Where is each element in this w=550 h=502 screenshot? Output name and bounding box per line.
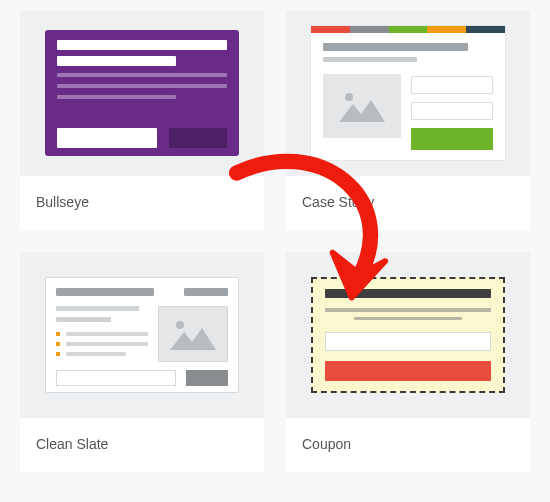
button-placeholder-icon bbox=[411, 128, 493, 150]
template-thumbnail-clean-slate bbox=[20, 252, 264, 418]
template-thumbnail-bullseye bbox=[20, 10, 264, 176]
image-placeholder-icon bbox=[158, 306, 228, 362]
input-placeholder-icon bbox=[411, 102, 493, 120]
case-study-preview bbox=[311, 26, 505, 160]
input-placeholder-icon bbox=[411, 76, 493, 94]
svg-point-1 bbox=[176, 321, 184, 329]
image-placeholder-icon bbox=[323, 74, 401, 138]
clean-slate-preview bbox=[45, 277, 239, 393]
coupon-preview bbox=[311, 277, 505, 393]
svg-point-0 bbox=[345, 93, 353, 101]
template-card-bullseye[interactable]: Bullseye bbox=[20, 10, 264, 230]
template-card-coupon[interactable]: Coupon bbox=[286, 252, 530, 472]
input-placeholder-icon bbox=[57, 128, 157, 148]
template-card-case-study[interactable]: Case Study bbox=[286, 10, 530, 230]
input-placeholder-icon bbox=[325, 332, 491, 351]
template-label: Case Study bbox=[286, 176, 530, 230]
bullseye-preview bbox=[45, 30, 239, 156]
template-thumbnail-coupon bbox=[286, 252, 530, 418]
template-label: Clean Slate bbox=[20, 418, 264, 472]
template-grid: Bullseye bbox=[20, 10, 530, 472]
button-placeholder-icon bbox=[325, 361, 491, 381]
button-placeholder-icon bbox=[186, 370, 228, 386]
template-label: Coupon bbox=[286, 418, 530, 472]
input-placeholder-icon bbox=[56, 370, 176, 386]
template-label: Bullseye bbox=[20, 176, 264, 230]
button-placeholder-icon bbox=[169, 128, 227, 148]
template-card-clean-slate[interactable]: Clean Slate bbox=[20, 252, 264, 472]
template-thumbnail-case-study bbox=[286, 10, 530, 176]
